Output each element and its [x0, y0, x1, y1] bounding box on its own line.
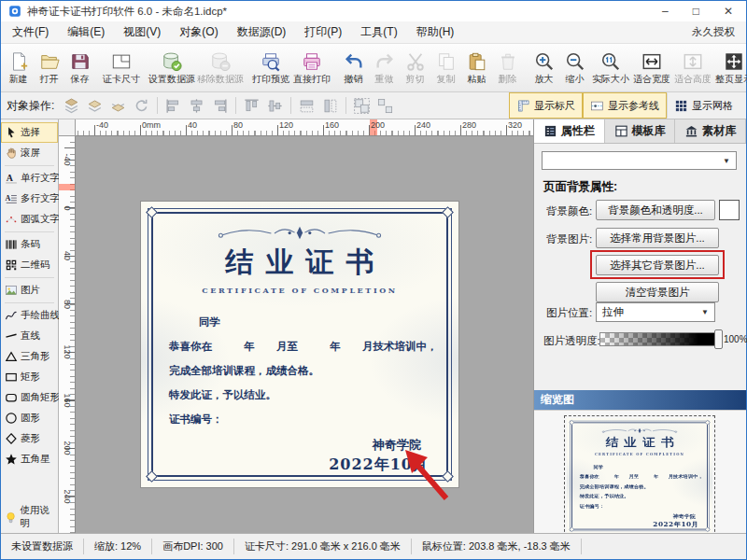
corner-ornament [705, 527, 711, 532]
tab-prop-list[interactable]: 属性栏 [534, 119, 605, 143]
menu-item-6[interactable]: 工具(T) [351, 21, 406, 43]
align-center-icon[interactable] [188, 97, 205, 115]
tool-qrcode[interactable]: 二维码 [1, 255, 58, 275]
bg-color-label: 背景颜色: [546, 204, 592, 218]
toolbar-open-folder-button[interactable]: 打开 [34, 45, 64, 91]
layer-down-icon[interactable] [109, 97, 127, 115]
tool-curve[interactable]: 手绘曲线 [1, 305, 58, 326]
toolbar-new-doc-button[interactable]: 新建 [3, 45, 34, 91]
help-button[interactable]: 使用说明 [3, 504, 56, 530]
tool-rect[interactable]: 矩形 [1, 367, 58, 387]
group-icon[interactable] [353, 97, 371, 115]
toolbar-zoom-out-button[interactable]: 缩小 [559, 45, 590, 91]
rotate-icon[interactable] [133, 97, 150, 115]
toolbar-card-size-button[interactable]: 证卡尺寸 [101, 45, 142, 91]
layer-front-icon[interactable] [63, 97, 80, 115]
tool-pan[interactable]: 滚屏 [1, 143, 58, 163]
ruler-icon [516, 99, 530, 113]
open-folder-icon [39, 51, 60, 72]
toolbar-button-label: 打印预览 [252, 73, 289, 86]
tab-material[interactable]: 素材库 [675, 119, 746, 143]
certificate-salutation: 同学 [593, 464, 603, 469]
menu-item-5[interactable]: 打印(P) [295, 21, 351, 43]
toolbar-button-label: 复制 [437, 73, 456, 86]
tool-line[interactable]: 直线 [1, 326, 58, 346]
choose-common-bg-button[interactable]: 选择常用背景图片... [596, 228, 719, 248]
same-width-icon[interactable] [298, 97, 316, 115]
layer-up-icon[interactable] [86, 97, 104, 115]
certificate-object[interactable]: 结业证书 CERTIFICATE OF COMPLETION 同学 恭喜你在 年… [141, 202, 458, 487]
object-selector-dropdown[interactable]: ▼ [542, 151, 737, 170]
toolbar-button-label: 保存 [71, 73, 90, 86]
toolbar-undo-button[interactable]: 撤销 [338, 45, 369, 91]
opacity-slider[interactable] [599, 332, 721, 346]
choose-other-bg-button[interactable]: 选择其它背景图片... [596, 255, 719, 275]
copy-icon [436, 51, 457, 72]
maximize-button[interactable]: □ [693, 5, 699, 18]
clear-bg-button[interactable]: 清空背景图片 [596, 282, 719, 302]
align-top-icon[interactable] [243, 97, 261, 115]
bg-color-swatch[interactable] [719, 200, 740, 220]
tool-round-rect[interactable]: 圆角矩形 [1, 387, 58, 408]
image-position-dropdown[interactable]: 拉伸 ▼ [596, 302, 715, 322]
same-height-icon[interactable] [321, 97, 339, 115]
objectbar-separator [157, 97, 158, 114]
menu-item-3[interactable]: 对象(O) [170, 21, 227, 43]
menu-item-2[interactable]: 视图(V) [114, 21, 170, 43]
tool-barcode[interactable]: 条码 [1, 234, 58, 255]
toolbar-redo-button: 重做 [369, 45, 400, 91]
menu-item-0[interactable]: 文件(F) [3, 21, 58, 43]
toggle-guides-button[interactable]: 显示参考线 [583, 92, 667, 119]
tool-text-arc[interactable]: 圆弧文字 [1, 209, 58, 230]
toolbar-save-disk-button[interactable]: 保存 [64, 45, 95, 91]
status-segment-4: 鼠标位置: 203.8 毫米, -18.3 毫米 [412, 539, 582, 554]
menu-item-1[interactable]: 编辑(E) [58, 21, 114, 43]
toolbar-actual-size-button[interactable]: 实际大小 [590, 45, 631, 91]
menu-item-7[interactable]: 帮助(H) [407, 21, 464, 43]
toggle-label: 显示标尺 [534, 99, 575, 113]
toolbar-printer-button[interactable]: 直接打印 [291, 45, 332, 91]
minimize-button[interactable]: – [662, 5, 669, 18]
corner-ornament [146, 206, 158, 218]
toolbar-fit-width-button[interactable]: 适合宽度 [631, 45, 672, 91]
toolbar-fit-page-button[interactable]: 整页显示 [713, 45, 747, 91]
align-middle-icon[interactable] [266, 97, 284, 115]
certificate-body-line: 恭喜你在 年 月至 年 月技术培训中， [580, 474, 703, 480]
align-right-icon[interactable] [211, 97, 229, 115]
toolbar-button-label: 整页显示 [715, 73, 747, 86]
tool-text-multi[interactable]: A多行文字 [1, 189, 58, 209]
tool-select[interactable]: 选择 [1, 122, 58, 143]
tool-label: 条码 [21, 238, 40, 251]
toolbar-button-label: 放大 [535, 73, 554, 86]
tool-text-single[interactable]: A单行文字 [1, 168, 58, 189]
curve-icon [5, 309, 18, 322]
h-ruler-label: -40 [96, 120, 108, 130]
thumbnail-box[interactable]: 结业证书 CERTIFICATE OF COMPLETION 同学 恭喜你在 年… [567, 418, 712, 534]
tool-diamond[interactable]: 菱形 [1, 428, 58, 449]
ungroup-icon[interactable] [376, 97, 394, 115]
tool-triangle[interactable]: 三角形 [1, 346, 58, 367]
toolbar-print-preview-button[interactable]: 打印预览 [250, 45, 291, 91]
toolbar-paste-button[interactable]: 粘贴 [461, 45, 492, 91]
fit-page-icon [724, 51, 744, 72]
bg-color-button[interactable]: 背景颜色和透明度... [596, 200, 715, 220]
opacity-slider-handle[interactable] [714, 329, 723, 349]
tool-circle[interactable]: 圆形 [1, 408, 58, 428]
menu-item-4[interactable]: 数据源(D) [228, 21, 296, 43]
toggle-grid-button[interactable]: 显示网格 [667, 92, 740, 119]
align-left-icon[interactable] [164, 97, 182, 115]
corner-ornament [442, 206, 454, 218]
objectbar-separator [290, 97, 291, 114]
toolbar-button-label: 重做 [375, 73, 394, 86]
certificate-issuer: 神奇学院 [673, 513, 696, 520]
tool-label: 圆角矩形 [21, 391, 60, 404]
close-button[interactable]: ✕ [724, 5, 733, 18]
toolbar-db-set-button[interactable]: 设置数据源 [148, 45, 196, 91]
toggle-ruler-button[interactable]: 显示标尺 [509, 92, 583, 119]
toolbar-zoom-in-button[interactable]: 放大 [529, 45, 559, 91]
h-ruler-label: 320 [508, 120, 522, 130]
design-canvas[interactable]: 结业证书 CERTIFICATE OF COMPLETION 同学 恭喜你在 年… [76, 136, 533, 533]
tool-star[interactable]: 五角星 [1, 449, 58, 469]
tab-template[interactable]: 模板库 [605, 119, 676, 143]
tool-image[interactable]: 图片 [1, 280, 58, 301]
